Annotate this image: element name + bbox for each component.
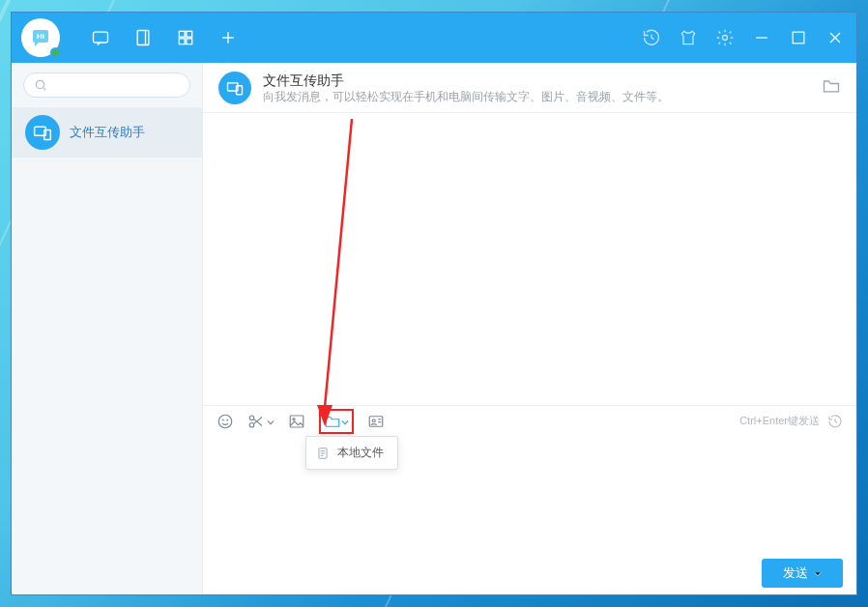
svg-point-21 (218, 415, 232, 428)
svg-rect-4 (179, 31, 185, 37)
contact-name: 文件互传助手 (70, 124, 145, 141)
dropdown-item-local-file[interactable]: 本地文件 (306, 441, 397, 465)
chevron-down-icon (267, 413, 275, 430)
titlebar-right-icons (642, 28, 849, 47)
devices-icon (218, 72, 251, 104)
contact-card-icon[interactable] (367, 413, 385, 430)
svg-rect-12 (793, 32, 804, 43)
titlebar-left-icons (91, 28, 238, 47)
history-icon[interactable] (827, 414, 843, 429)
app-window: Hi (11, 12, 857, 595)
add-icon[interactable] (218, 28, 238, 47)
chat-icon[interactable] (91, 28, 110, 47)
input-toolbar: Ctrl+Enter键发送 (203, 405, 856, 436)
svg-rect-2 (137, 31, 149, 45)
svg-rect-7 (187, 39, 192, 44)
settings-icon[interactable] (715, 28, 735, 47)
svg-point-31 (372, 419, 375, 421)
status-dot-icon (50, 47, 61, 58)
history-icon[interactable] (642, 28, 661, 47)
svg-rect-1 (94, 32, 108, 43)
image-icon[interactable] (288, 413, 305, 430)
svg-rect-28 (290, 416, 304, 427)
message-area (203, 113, 856, 405)
titlebar: Hi (12, 13, 856, 63)
footer: 发送 (203, 552, 856, 594)
svg-point-29 (293, 418, 295, 419)
svg-text:Hi: Hi (37, 32, 44, 41)
send-file-tool[interactable] (319, 409, 354, 434)
chat-title: 文件互传助手 (263, 72, 669, 89)
contacts-icon[interactable] (133, 28, 153, 47)
send-button[interactable]: 发送 (762, 559, 843, 588)
screenshot-tool[interactable] (247, 413, 275, 430)
close-icon[interactable] (825, 28, 845, 47)
send-hint: Ctrl+Enter键发送 (739, 414, 843, 429)
chat-subtitle: 向我发消息，可以轻松实现在手机和电脑间传输文字、图片、音视频、文件等。 (263, 89, 669, 104)
apps-icon[interactable] (176, 28, 195, 47)
message-input[interactable]: 本地文件 (203, 436, 856, 552)
file-dropdown: 本地文件 (305, 436, 398, 470)
search-input[interactable] (23, 72, 190, 98)
devices-icon (25, 115, 60, 150)
svg-rect-5 (187, 31, 192, 37)
dropdown-label: 本地文件 (337, 445, 384, 461)
svg-line-19 (325, 119, 352, 407)
sidebar: 文件互传助手 (12, 63, 203, 594)
chat-header: 文件互传助手 向我发消息，可以轻松实现在手机和电脑间传输文字、图片、音视频、文件… (203, 63, 856, 113)
emoji-icon[interactable] (217, 413, 234, 430)
minimize-icon[interactable] (752, 28, 771, 47)
svg-rect-6 (179, 39, 185, 44)
sidebar-contact-file-assistant[interactable]: 文件互传助手 (12, 107, 202, 158)
open-folder-icon[interactable] (822, 76, 841, 100)
svg-point-23 (227, 419, 228, 420)
annotation-arrow-icon (317, 115, 356, 430)
app-logo[interactable]: Hi (21, 18, 60, 57)
svg-point-22 (222, 419, 223, 420)
svg-point-10 (723, 36, 728, 41)
main-panel: 文件互传助手 向我发消息，可以轻松实现在手机和电脑间传输文字、图片、音视频、文件… (203, 63, 856, 594)
maximize-icon[interactable] (789, 28, 808, 47)
chevron-down-icon (814, 566, 822, 581)
chevron-down-icon (341, 413, 349, 430)
skin-icon[interactable] (679, 28, 698, 47)
